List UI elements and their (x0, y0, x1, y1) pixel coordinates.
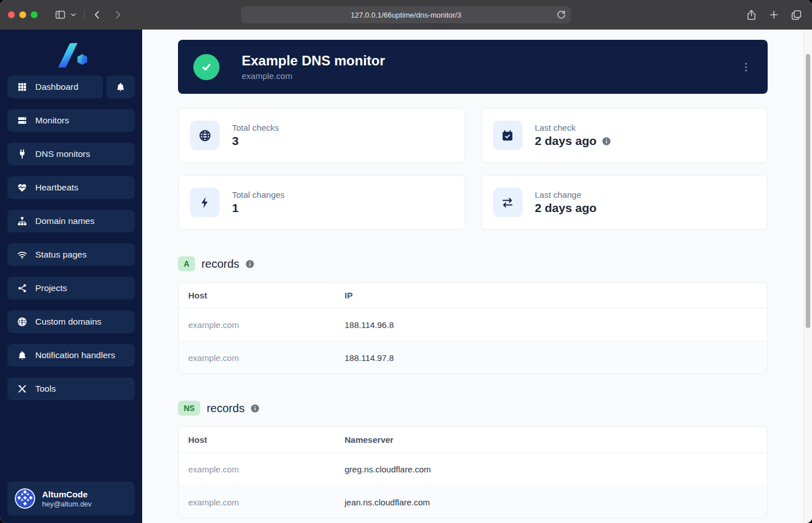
table-row: example.comjean.ns.cloudflare.com (179, 485, 767, 518)
stat-icon-box (493, 188, 523, 217)
stat-card-last-change: Last change2 days ago (481, 175, 768, 230)
sidebar-item-projects[interactable]: Projects (7, 277, 135, 300)
minimize-window-button[interactable] (19, 11, 26, 18)
sidebar-item-dashboard[interactable]: Dashboard (7, 76, 103, 98)
bell-icon (115, 82, 126, 92)
table-header-row: HostNameserver (179, 427, 767, 453)
sidebar-item-custom-domains[interactable]: Custom domains (7, 310, 135, 333)
record-value: 188.114.96.8 (335, 320, 767, 330)
ellipsis-vertical-icon[interactable] (740, 61, 752, 73)
monitor-header-card: Example DNS monitor example.com (178, 40, 768, 94)
stat-icon-box (190, 121, 219, 150)
back-icon[interactable] (92, 9, 103, 20)
stat-card-total-changes: Total changes1 (178, 175, 465, 230)
scrollbar[interactable] (803, 30, 812, 523)
stats-grid: Total checks3Last check2 days agoTotal c… (178, 108, 768, 230)
sitemap-icon (17, 216, 27, 226)
section-title: records (201, 258, 239, 271)
section-heading-a-records: Arecords (178, 255, 768, 272)
table-row: example.comgreg.ns.cloudflare.com (179, 453, 767, 485)
sidebar-item-label: Notification handlers (35, 350, 115, 360)
stat-value: 3 (232, 134, 239, 148)
stat-icon-box (493, 121, 523, 150)
user-account-card[interactable]: AltumCode hey@altum.dev (7, 482, 135, 516)
user-name: AltumCode (42, 489, 92, 499)
sidebar-item-domain-names[interactable]: Domain names (7, 210, 135, 233)
forward-icon[interactable] (112, 9, 123, 20)
section-title: records (206, 402, 245, 415)
records-table-ns: HostNameserverexample.comgreg.ns.cloudfl… (178, 426, 768, 518)
column-header-host: Host (179, 290, 335, 300)
titlebar-divider (84, 10, 85, 20)
table-header-row: HostIP (179, 283, 767, 309)
stat-card-total-checks: Total checks3 (178, 108, 465, 163)
reload-icon[interactable] (556, 9, 567, 20)
tabs-overview-icon[interactable] (790, 9, 802, 21)
sidebar-item-notification-handlers[interactable]: Notification handlers (7, 344, 135, 367)
stat-value: 2 days ago (535, 134, 597, 148)
browser-titlebar: 127.0.0.1/66uptime/dns-monitor/3 (0, 0, 812, 30)
bell-icon (17, 350, 27, 360)
stat-label: Last check (535, 123, 612, 132)
status-badge (193, 54, 219, 80)
table-row: example.com188.114.97.8 (179, 341, 767, 373)
info-icon[interactable] (245, 259, 255, 269)
close-window-button[interactable] (8, 11, 15, 18)
record-host: example.com (179, 353, 335, 363)
user-email: hey@altum.dev (42, 500, 92, 508)
sidebar-item-label: Domain names (35, 216, 94, 226)
wifi-icon (17, 250, 27, 260)
globe-icon (17, 317, 27, 327)
sidebar-item-dns-monitors[interactable]: DNS monitors (7, 143, 135, 165)
server-icon (17, 115, 27, 126)
globe-icon (198, 129, 212, 142)
record-host: example.com (179, 497, 335, 507)
plug-icon (17, 149, 27, 159)
sidebar-item-tools[interactable]: Tools (7, 377, 135, 400)
check-icon (199, 60, 214, 74)
sidebar-item-status-pages[interactable]: Status pages (7, 243, 135, 266)
traffic-lights (8, 11, 38, 18)
arrows-swap-icon (501, 196, 514, 209)
stat-value: 2 days ago (535, 201, 597, 215)
notifications-button[interactable] (106, 76, 135, 98)
page-title: Example DNS monitor (242, 53, 385, 69)
sidebar-item-heartbeats[interactable]: Heartbeats (7, 176, 135, 199)
record-value: jean.ns.cloudflare.com (335, 497, 767, 507)
url-text: 127.0.0.1/66uptime/dns-monitor/3 (351, 11, 461, 19)
share-icon[interactable] (745, 9, 757, 21)
record-host: example.com (179, 464, 335, 474)
sidebar-item-label: Heartbeats (35, 182, 78, 193)
browser-window: 127.0.0.1/66uptime/dns-monitor/3 (0, 0, 812, 523)
sidebar-item-label: Projects (35, 283, 67, 293)
grid-icon (17, 82, 27, 92)
address-bar[interactable]: 127.0.0.1/66uptime/dns-monitor/3 (241, 6, 571, 23)
tools-icon (17, 384, 27, 394)
stat-icon-box (190, 188, 219, 217)
scrollbar-thumb[interactable] (806, 54, 810, 328)
table-row: example.com188.114.96.8 (179, 309, 767, 341)
stat-value: 1 (232, 201, 239, 215)
record-type-badge: A (178, 256, 195, 271)
chevron-down-icon[interactable] (69, 11, 77, 19)
sidebar-item-label: Dashboard (35, 82, 78, 92)
sidebar-item-label: Custom domains (35, 317, 101, 327)
sidebar-item-label: Tools (35, 384, 56, 394)
sidebar-toggle-icon[interactable] (55, 9, 66, 20)
info-icon[interactable] (602, 136, 611, 146)
sidebar-item-label: Monitors (35, 115, 69, 126)
column-header-nameserver: Nameserver (335, 435, 767, 445)
bolt-icon (198, 196, 212, 209)
zoom-window-button[interactable] (31, 11, 38, 18)
info-icon[interactable] (250, 404, 260, 413)
record-value: 188.114.97.8 (335, 353, 767, 363)
new-tab-icon[interactable] (768, 9, 780, 20)
share-nodes-icon (17, 283, 27, 293)
calendar-check-icon (501, 129, 514, 142)
stat-label: Total changes (232, 190, 285, 200)
record-value: greg.ns.cloudflare.com (335, 464, 767, 474)
sidebar-item-monitors[interactable]: Monitors (7, 109, 135, 132)
section-heading-ns-records: NSrecords (178, 400, 768, 417)
stat-label: Total checks (232, 123, 279, 132)
stat-label: Last change (535, 190, 597, 200)
